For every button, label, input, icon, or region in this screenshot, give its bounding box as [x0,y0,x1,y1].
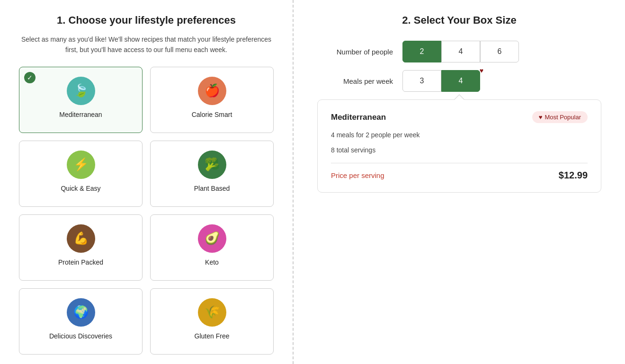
lifestyle-icon-plant-based: 🥦 [198,151,226,179]
lifestyle-label-calorie-smart: Calorie Smart [192,111,232,118]
summary-title: Mediterranean [331,113,386,122]
meals-heart-badge: ♥ [480,67,483,74]
people-label: Number of people [317,48,393,56]
lifestyle-card-calorie-smart[interactable]: 🍎Calorie Smart [150,67,274,133]
left-heading: 1. Choose your lifestyle preferences [19,14,274,27]
most-popular-badge: ♥ Most Popular [532,111,588,123]
lifestyle-card-delicious-discoveries[interactable]: 🌍Delicious Discoveries [19,288,143,355]
lifestyle-icon-protein-packed: 💪 [67,224,95,253]
lifestyle-label-protein-packed: Protein Packed [58,258,103,266]
people-option-2[interactable]: 2 [402,41,441,62]
lifestyle-label-gluten-free: Gluten Free [195,332,230,340]
summary-header: Mediterranean ♥ Most Popular [331,111,588,123]
meals-options: 34♥ [402,70,480,92]
left-panel: 1. Choose your lifestyle preferences Sel… [0,0,294,364]
lifestyle-card-keto[interactable]: 🥑Keto [150,214,274,281]
lifestyle-icon-gluten-free: 🌾 [198,298,226,327]
summary-detail1: 4 meals for 2 people per week [331,130,588,141]
summary-detail2: 8 total servings [331,145,588,156]
lifestyle-icon-keto: 🥑 [198,224,226,253]
price-row: Price per serving $12.99 [331,170,588,181]
lifestyle-label-plant-based: Plant Based [194,185,230,192]
meals-option-3[interactable]: 3 [402,70,441,92]
lifestyle-card-mediterranean[interactable]: ✓🍃Mediterranean [19,67,143,133]
lifestyle-label-keto: Keto [205,258,219,266]
price-value: $12.99 [559,170,588,181]
right-heading: 2. Select Your Box Size [317,14,601,27]
people-option-6[interactable]: 6 [480,41,519,62]
lifestyle-card-protein-packed[interactable]: 💪Protein Packed [19,214,143,281]
summary-arrow-inner [454,95,464,100]
lifestyle-grid: ✓🍃Mediterranean🍎Calorie Smart⚡Quick & Ea… [19,67,274,355]
meals-option-4[interactable]: 4♥ [441,70,480,92]
meals-label: Meals per week [317,77,393,85]
people-option-4[interactable]: 4 [441,41,480,62]
page-container: 1. Choose your lifestyle preferences Sel… [0,0,625,364]
lifestyle-icon-quick-easy: ⚡ [67,151,95,179]
left-description: Select as many as you'd like! We'll show… [19,34,274,55]
price-label: Price per serving [331,171,384,179]
lifestyle-card-plant-based[interactable]: 🥦Plant Based [150,141,274,207]
summary-card: Mediterranean ♥ Most Popular 4 meals for… [317,99,601,193]
lifestyle-icon-calorie-smart: 🍎 [198,77,226,105]
lifestyle-card-quick-easy[interactable]: ⚡Quick & Easy [19,141,143,207]
meals-selector-row: Meals per week 34♥ [317,70,601,92]
lifestyle-card-gluten-free[interactable]: 🌾Gluten Free [150,288,274,355]
lifestyle-label-delicious-discoveries: Delicious Discoveries [49,332,112,340]
people-options: 246 [402,41,519,62]
people-selector-row: Number of people 246 [317,41,601,62]
lifestyle-label-mediterranean: Mediterranean [59,111,102,118]
lifestyle-label-quick-easy: Quick & Easy [61,185,100,192]
heart-icon: ♥ [539,114,543,121]
lifestyle-icon-delicious-discoveries: 🌍 [67,298,95,327]
badge-label: Most Popular [545,114,581,121]
summary-divider [331,163,588,163]
right-panel: 2. Select Your Box Size Number of people… [294,0,625,364]
check-icon: ✓ [24,72,36,83]
lifestyle-icon-mediterranean: 🍃 [67,77,95,105]
